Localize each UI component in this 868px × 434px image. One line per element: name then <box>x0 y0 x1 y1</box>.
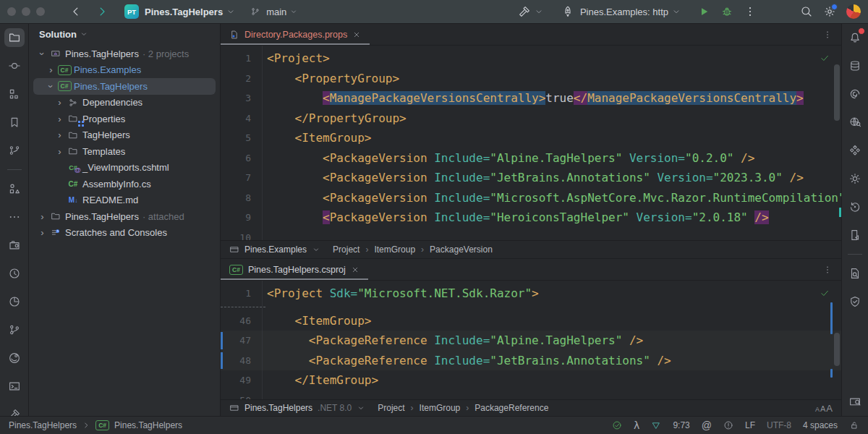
inspections-ok-icon[interactable] <box>820 288 830 298</box>
status-module-crumb[interactable]: Pines.TagHelpers <box>114 420 182 430</box>
pull-requests-icon[interactable] <box>4 141 25 160</box>
breadcrumb-scope[interactable]: Pines.TagHelpers <box>244 403 312 413</box>
status-project-crumb[interactable]: Pines.TagHelpers <box>9 420 77 430</box>
services-icon[interactable] <box>845 141 865 160</box>
code-line-48[interactable]: 48 <PackageReference Include="JetBrains.… <box>221 351 841 371</box>
code-hints-icon[interactable]: λ <box>634 420 639 431</box>
file-encoding[interactable]: UTF-8 <box>767 420 791 430</box>
font-size-widget[interactable]: A A A <box>815 404 833 413</box>
inspections-ok-icon[interactable] <box>612 420 622 430</box>
more-tool-windows-icon[interactable] <box>4 208 25 226</box>
screenshot-icon[interactable] <box>4 236 25 255</box>
caret-position[interactable]: 9:73 <box>673 420 689 430</box>
ai-assistant-icon[interactable] <box>845 85 865 103</box>
zoom-window-icon[interactable] <box>36 7 45 16</box>
folded-region[interactable] <box>221 304 841 311</box>
back-icon[interactable] <box>69 5 82 18</box>
scrollbar-thumb[interactable] <box>834 333 840 366</box>
at-spiral-icon[interactable]: @ <box>702 420 712 431</box>
run-button[interactable] <box>697 5 710 18</box>
debug-button[interactable] <box>720 5 733 18</box>
security-icon[interactable] <box>845 292 865 311</box>
chevron-down-icon[interactable] <box>534 7 544 17</box>
code-line-5[interactable]: 5 <ItemGroup> <box>221 128 841 148</box>
notifications-icon[interactable] <box>845 28 865 47</box>
terminal-icon[interactable] <box>4 377 25 396</box>
chevron-collapsed-icon[interactable]: › <box>54 129 66 140</box>
project-switcher[interactable]: Pines.TagHelpers <box>145 7 223 17</box>
editor-directory-packages-props[interactable]: 1<Project>2 <PropertyGroup>3 <ManagePack… <box>221 46 841 240</box>
nuget-icon[interactable] <box>4 349 25 367</box>
line-separator[interactable]: LF <box>745 420 755 430</box>
code-line-8[interactable]: 8 <PackageVersion Include="Microsoft.Asp… <box>221 188 841 208</box>
close-icon[interactable] <box>351 265 359 274</box>
database-icon[interactable] <box>845 56 865 75</box>
inspections-ok-icon[interactable] <box>820 53 830 63</box>
coverage-icon[interactable] <box>4 292 25 311</box>
chevron-down-icon[interactable] <box>312 245 320 254</box>
tree-item-readme-md[interactable]: M↓README.md <box>33 192 216 209</box>
tree-item--viewimports-cshtml[interactable]: C#@_ViewImports.cshtml <box>33 160 216 176</box>
breadcrumb-project[interactable]: Project <box>333 244 359 255</box>
endpoints-icon[interactable] <box>845 113 865 132</box>
project-badge[interactable]: PT <box>124 4 139 19</box>
window-zoom-icon[interactable] <box>845 393 865 412</box>
chevron-collapsed-icon[interactable]: › <box>54 97 66 108</box>
warning-icon[interactable] <box>723 420 733 430</box>
solution-explorer-icon[interactable] <box>4 28 25 47</box>
profile-avatar[interactable] <box>846 4 861 19</box>
more-kebab-icon[interactable] <box>744 5 757 18</box>
chevron-down-icon[interactable] <box>357 404 365 412</box>
code-line-7[interactable]: 7 <PackageVersion Include="JetBrains.Ann… <box>221 168 841 188</box>
code-line-47[interactable]: 47 <PackageReference Include="Alpine.Tag… <box>221 331 841 351</box>
trace-icon[interactable] <box>845 197 865 216</box>
code-line-46[interactable]: 46 <ItemGroup> <box>221 311 841 331</box>
bookmarks-icon[interactable] <box>4 113 25 132</box>
tree-item-pines-taghelpers[interactable]: ›C#Pines.TagHelpers <box>33 78 216 95</box>
tab-directory-packages-props[interactable]: Directory.Packages.props <box>221 24 370 45</box>
editor-pines-taghelpers-csproj[interactable]: 1<Project Sdk="Microsoft.NET.Sdk.Razor">… <box>221 281 841 399</box>
chevron-collapsed-icon[interactable]: › <box>36 227 48 238</box>
tree-item-templates[interactable]: ›Templates <box>33 143 216 160</box>
tree-item-pines-examples[interactable]: ›C#Pines.Examples <box>33 62 216 79</box>
chevron-expanded-icon[interactable]: › <box>36 48 48 59</box>
chevron-collapsed-icon[interactable]: › <box>54 146 66 157</box>
code-line-6[interactable]: 6 <PackageVersion Include="Alpine.TagHel… <box>221 148 841 169</box>
breadcrumb-packagereference[interactable]: PackageReference <box>475 403 548 413</box>
chevron-expanded-icon[interactable]: › <box>45 81 57 92</box>
breadcrumb-project[interactable]: Project <box>378 403 404 413</box>
no-problems-icon[interactable] <box>651 420 661 430</box>
structure-icon[interactable] <box>4 85 25 103</box>
branch-widget[interactable]: main <box>250 7 298 17</box>
breadcrumb-packageversion[interactable]: PackageVersion <box>430 244 493 255</box>
lock-unlocked-icon[interactable] <box>849 420 859 430</box>
close-icon[interactable] <box>352 30 361 39</box>
run-config-name[interactable]: Pines.Examples: http <box>580 7 668 17</box>
code-line-9[interactable]: 9 <PackageVersion Include="HeroiconsTagH… <box>221 208 841 228</box>
code-line-4[interactable]: 4 </PropertyGroup> <box>221 109 841 129</box>
chevron-collapsed-icon[interactable]: › <box>36 211 48 222</box>
breadcrumb-scope[interactable]: Pines.Examples <box>244 244 307 255</box>
tree-item-assemblyinfo-cs[interactable]: C#AssemblyInfo.cs <box>33 176 216 192</box>
settings-gear-icon[interactable] <box>823 5 836 18</box>
git-icon[interactable] <box>4 320 25 339</box>
tree-item-pines-taghelpers[interactable]: ›Pines.TagHelpers· 2 projects <box>33 46 216 62</box>
tree-item-dependencies[interactable]: ›Dependencies <box>33 95 216 111</box>
chevron-down-icon[interactable] <box>226 7 236 17</box>
editor-options-kebab-icon[interactable] <box>822 24 833 45</box>
tree-item-properties[interactable]: ›Properties <box>33 111 216 127</box>
code-line-10[interactable]: 10 <box>221 228 841 241</box>
close-window-icon[interactable] <box>7 7 16 16</box>
tree-item-scratches-and-consoles[interactable]: ›Scratches and Consoles <box>33 225 216 242</box>
tests-icon[interactable] <box>4 179 25 198</box>
minimize-window-icon[interactable] <box>22 7 30 16</box>
tree-item-taghelpers[interactable]: ›TagHelpers <box>33 127 216 144</box>
breadcrumb-itemgroup[interactable]: ItemGroup <box>374 244 415 255</box>
code-line-49[interactable]: 49 </ItemGroup> <box>221 370 841 391</box>
forward-icon[interactable] <box>95 5 109 18</box>
editor-options-kebab-icon[interactable] <box>822 259 833 280</box>
chevron-collapsed-icon[interactable]: › <box>54 114 66 124</box>
commit-icon[interactable] <box>4 56 25 75</box>
tab-pines-taghelpers-csproj[interactable]: C# Pines.TagHelpers.csproj <box>221 259 368 280</box>
code-line-3[interactable]: 3 <ManagePackageVersionsCentrally>true</… <box>221 88 841 109</box>
